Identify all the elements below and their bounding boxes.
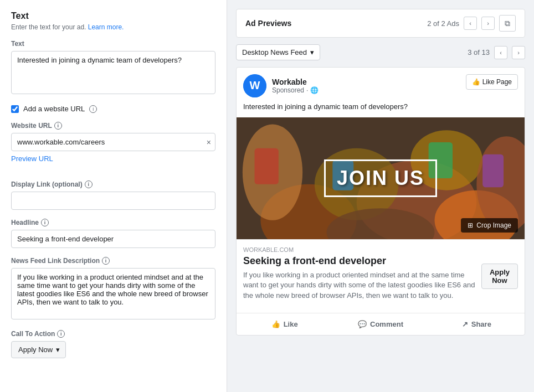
add-website-url-info-icon: i	[89, 105, 97, 113]
ad-card: W Workable Sponsored · 🌐 👍 Like Page Int	[236, 67, 525, 336]
crop-image-button[interactable]: ⊞ Crop Image	[461, 218, 518, 233]
crop-image-label: Crop Image	[476, 221, 511, 229]
comment-action-button[interactable]: 💬 Comment	[332, 316, 428, 333]
cta-value-label: Apply Now	[18, 345, 53, 354]
display-link-info-icon: i	[85, 180, 93, 188]
ad-count-text: 2 of 2 Ads	[427, 19, 459, 28]
display-link-label: Display Link (optional) i	[11, 180, 215, 188]
avatar: W	[243, 74, 266, 97]
join-us-overlay: JOIN US	[324, 159, 437, 197]
ad-card-body: WORKABLE.COM Seeking a front-end develop…	[237, 239, 525, 313]
comment-icon: 💬	[358, 320, 367, 328]
text-textarea[interactable]: Interested in joining a dynamic team of …	[11, 51, 215, 94]
preview-toolbar: Desktop News Feed ▾ 3 of 13 ‹ ›	[236, 44, 525, 60]
join-us-text: JOIN US	[337, 167, 424, 190]
preview-url-link[interactable]: Preview URL	[11, 154, 53, 163]
add-website-url-row: Add a website URL i	[11, 105, 215, 113]
section-title: Text	[11, 11, 215, 21]
section-subtitle: Enter the text for your ad. Learn more.	[11, 23, 215, 31]
like-page-thumb-icon: 👍	[472, 78, 480, 86]
svg-text:W: W	[250, 79, 260, 91]
apply-now-button[interactable]: Apply Now	[481, 264, 518, 289]
chevron-right-icon: ›	[487, 20, 489, 27]
display-link-input[interactable]	[11, 192, 215, 210]
like-action-button[interactable]: 👍 Like	[237, 316, 332, 333]
cta-info-icon: i	[57, 330, 65, 338]
page-meta: Sponsored · 🌐	[272, 86, 319, 94]
comment-label: Comment	[370, 320, 403, 328]
ad-text-block: WORKABLE.COM Seeking a front-end develop…	[243, 246, 481, 306]
ad-previews-title: Ad Previews	[245, 19, 291, 28]
share-label: Share	[471, 320, 491, 328]
page-meta-block: Workable Sponsored · 🌐	[272, 78, 319, 94]
ad-page-info: W Workable Sponsored · 🌐	[243, 74, 319, 97]
page-name: Workable	[272, 78, 319, 86]
ad-previews-header: Ad Previews 2 of 2 Ads ‹ › ⧉	[236, 9, 525, 38]
page-nav-text: 3 of 13	[468, 48, 490, 56]
dot-separator: ·	[306, 86, 308, 94]
external-link-icon: ⧉	[505, 19, 510, 28]
page-chevron-left-icon: ‹	[500, 49, 502, 56]
ad-url-domain: WORKABLE.COM	[243, 246, 481, 253]
left-panel: Text Enter the text for your ad. Learn m…	[0, 0, 227, 392]
placement-dropdown[interactable]: Desktop News Feed ▾	[236, 44, 320, 60]
news-feed-label: News Feed Link Description i	[11, 257, 215, 265]
like-icon: 👍	[271, 320, 280, 328]
svg-rect-14	[482, 154, 504, 188]
ad-prev-button[interactable]: ‹	[464, 17, 477, 30]
website-url-input[interactable]	[11, 133, 215, 151]
page-next-button[interactable]: ›	[512, 46, 525, 59]
sponsored-label: Sponsored	[272, 86, 304, 94]
website-url-label: Website URL i	[11, 122, 215, 130]
like-page-label: Like Page	[482, 78, 512, 86]
ad-cta-row: WORKABLE.COM Seeking a front-end develop…	[243, 246, 518, 306]
ad-card-header: W Workable Sponsored · 🌐 👍 Like Page	[237, 68, 525, 102]
url-clear-button[interactable]: ×	[207, 138, 211, 147]
news-feed-textarea[interactable]: If you like working in a product oriente…	[11, 268, 215, 319]
add-website-url-label: Add a website URL	[23, 105, 85, 113]
share-icon: ↗	[462, 320, 468, 328]
ad-body-text: Interested in joining a dynamic team of …	[237, 102, 525, 117]
share-action-button[interactable]: ↗ Share	[429, 316, 525, 333]
website-url-input-wrapper: ×	[11, 133, 215, 151]
cta-label: Call To Action i	[11, 330, 215, 338]
page-chevron-right-icon: ›	[517, 49, 520, 56]
news-feed-info-icon: i	[102, 257, 110, 265]
svg-rect-11	[255, 148, 279, 184]
page-prev-button[interactable]: ‹	[494, 46, 507, 59]
ad-headline: Seeking a front-end developer	[243, 255, 481, 267]
right-panel: Ad Previews 2 of 2 Ads ‹ › ⧉ Desktop New…	[227, 0, 534, 392]
cta-chevron-icon: ▾	[56, 345, 60, 354]
website-url-info-icon: i	[54, 122, 62, 130]
globe-icon: 🌐	[310, 86, 319, 94]
placement-label: Desktop News Feed	[242, 48, 307, 56]
headline-label: Headline i	[11, 219, 215, 226]
headline-input[interactable]	[11, 230, 215, 248]
add-website-url-checkbox[interactable]	[11, 105, 19, 113]
crop-icon: ⊞	[468, 221, 473, 229]
like-page-button[interactable]: 👍 Like Page	[466, 74, 518, 90]
ad-image-container: JOIN US ⊞ Crop Image	[237, 117, 525, 239]
learn-more-link[interactable]: Learn more.	[88, 23, 124, 31]
like-label: Like	[284, 320, 298, 328]
chevron-left-icon: ‹	[469, 20, 471, 27]
ad-next-button[interactable]: ›	[481, 17, 495, 30]
external-link-button[interactable]: ⧉	[499, 15, 516, 32]
ad-description: If you like working in a product oriente…	[243, 270, 481, 301]
cta-dropdown-button[interactable]: Apply Now ▾	[11, 341, 66, 358]
ad-count-area: 2 of 2 Ads ‹ › ⧉	[427, 15, 516, 32]
text-field-label: Text	[11, 40, 215, 48]
ad-actions: 👍 Like 💬 Comment ↗ Share	[237, 313, 525, 335]
page-nav-area: 3 of 13 ‹ ›	[468, 46, 525, 59]
headline-info-icon: i	[41, 219, 49, 226]
placement-chevron-icon: ▾	[310, 48, 314, 56]
